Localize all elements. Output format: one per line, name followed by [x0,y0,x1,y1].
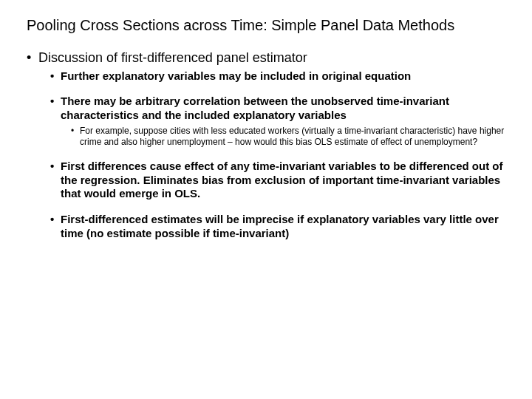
l1-item: Discussion of first-differenced panel es… [27,50,505,241]
bullet-list-level2: Further explanatory variables may be inc… [38,69,505,241]
slide-title: Pooling Cross Sections across Time: Simp… [27,16,505,35]
slide-container: Pooling Cross Sections across Time: Simp… [0,0,532,399]
l2-text: First-differenced estimates will be impr… [61,213,499,239]
l2-text: Further explanatory variables may be inc… [61,69,411,82]
l2-text: First differences cause effect of any ti… [61,160,503,200]
l2-item: First differences cause effect of any ti… [50,160,505,201]
bullet-list-level1: Discussion of first-differenced panel es… [27,50,505,241]
bullet-list-level3: For example, suppose cities with less ed… [61,126,505,148]
l3-text: For example, suppose cities with less ed… [80,126,504,147]
l2-item: There may be arbitrary correlation betwe… [50,95,505,148]
l3-item: For example, suppose cities with less ed… [71,126,505,148]
l1-text: Discussion of first-differenced panel es… [38,50,307,65]
l2-item: Further explanatory variables may be inc… [50,69,505,83]
l2-text: There may be arbitrary correlation betwe… [61,95,449,121]
l2-item: First-differenced estimates will be impr… [50,213,505,241]
